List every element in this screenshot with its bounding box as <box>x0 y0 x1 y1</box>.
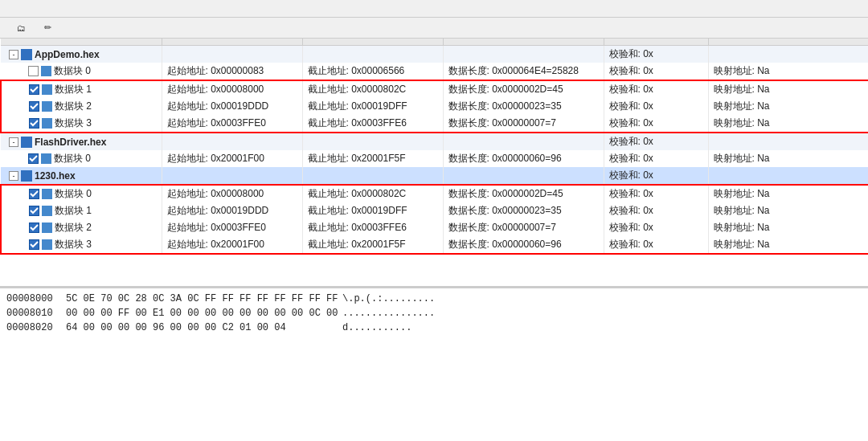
block-checkbox[interactable] <box>28 66 39 76</box>
main-area: - AppDemo.hex 校验和: 0x 数据块 0 起始地址: 0x0000… <box>0 39 868 441</box>
table-row[interactable]: 数据块 0 起始地址: 0x00000083 截止地址: 0x00006566 … <box>1 63 868 80</box>
hex-row: 00008010 00 00 00 FF 00 E1 00 00 00 00 0… <box>6 306 862 321</box>
block-checkbox[interactable] <box>29 239 39 250</box>
block-length: 数据长度: 0x00000023=35 <box>443 98 604 115</box>
col-mapped <box>708 39 868 46</box>
block-start: 起始地址: 0x00019DDD <box>162 98 302 115</box>
edit-icon-menu: ✏ <box>44 22 51 33</box>
block-icon <box>42 239 52 250</box>
block-icon <box>42 118 52 129</box>
block-checksum: 校验和: 0x <box>604 98 708 115</box>
block-mapped: 映射地址: Na <box>708 185 868 202</box>
table-row[interactable]: 数据块 1 起始地址: 0x00019DDD 截止地址: 0x00019DFF … <box>1 202 868 219</box>
grid-icon <box>21 137 32 148</box>
data-table: - AppDemo.hex 校验和: 0x 数据块 0 起始地址: 0x0000… <box>0 39 868 255</box>
hex-area: 00008000 5C 0E 70 0C 28 0C 3A 0C FF FF F… <box>0 288 868 352</box>
table-row[interactable]: 数据块 3 起始地址: 0x0003FFE0 截止地址: 0x0003FFE6 … <box>1 115 868 133</box>
table-row[interactable]: 数据块 2 起始地址: 0x0003FFE0 截止地址: 0x0003FFE6 … <box>1 219 868 236</box>
block-checksum: 校验和: 0x <box>604 80 708 98</box>
block-checkbox[interactable] <box>29 223 39 233</box>
file-checksum: 校验和: 0x <box>604 167 708 185</box>
file-row-blocks: - 1230.hex <box>1 167 162 185</box>
grid-icon <box>21 170 32 182</box>
block-checkbox[interactable] <box>29 206 39 216</box>
block-checksum: 校验和: 0x <box>604 185 708 202</box>
block-end: 截止地址: 0x0000802C <box>302 185 443 202</box>
hex-bytes: 5C 0E 70 0C 28 0C 3A 0C FF FF FF FF FF F… <box>66 292 339 306</box>
table-row[interactable]: 数据块 0 起始地址: 0x20001F00 截止地址: 0x20001F5F … <box>1 150 868 167</box>
block-checkbox[interactable] <box>29 101 39 112</box>
block-length: 数据长度: 0x00000023=35 <box>443 202 604 219</box>
block-checkbox[interactable] <box>28 153 39 164</box>
block-mapped: 映射地址: Na <box>708 98 868 115</box>
block-icon <box>42 101 52 112</box>
file-row[interactable]: - FlashDriver.hex 校验和: 0x <box>1 133 868 150</box>
col-length <box>443 39 604 46</box>
block-checksum: 校验和: 0x <box>604 236 708 254</box>
block-start: 起始地址: 0x20001F00 <box>162 236 302 254</box>
hex-row: 00008020 64 00 00 00 00 96 00 00 00 C2 0… <box>6 321 862 335</box>
block-start: 起始地址: 0x0003FFE0 <box>162 219 302 236</box>
block-end: 截止地址: 0x00019DFF <box>302 98 443 115</box>
block-icon <box>42 189 52 199</box>
file-row[interactable]: - AppDemo.hex 校验和: 0x <box>1 46 868 63</box>
file-name: 1230.hex <box>35 170 76 182</box>
tree-table[interactable]: - AppDemo.hex 校验和: 0x 数据块 0 起始地址: 0x0000… <box>0 39 868 288</box>
block-length: 数据长度: 0x00000060=96 <box>443 150 604 167</box>
tree-expand-icon[interactable]: - <box>9 171 18 181</box>
table-row[interactable]: 数据块 1 起始地址: 0x00008000 截止地址: 0x0000802C … <box>1 80 868 98</box>
hex-bytes: 64 00 00 00 00 96 00 00 00 C2 01 00 04 <box>66 321 339 335</box>
block-name-cell: 数据块 0 <box>1 63 162 80</box>
hex-ascii: \.p.(.:......... <box>342 292 435 306</box>
file-start-addr <box>162 46 302 63</box>
file-checksum: 校验和: 0x <box>604 133 708 150</box>
block-start: 起始地址: 0x0003FFE0 <box>162 115 302 133</box>
block-label: 数据块 2 <box>55 221 92 235</box>
hex-row: 00008000 5C 0E 70 0C 28 0C 3A 0C FF FF F… <box>6 292 862 306</box>
file-end-addr <box>302 46 443 63</box>
block-icon <box>42 206 52 216</box>
block-mapped: 映射地址: Na <box>708 202 868 219</box>
block-end: 截止地址: 0x0000802C <box>302 80 443 98</box>
block-name-cell: 数据块 2 <box>1 219 162 236</box>
block-name-cell: 数据块 1 <box>1 202 162 219</box>
file-mapped <box>708 167 868 185</box>
block-end: 截止地址: 0x00006566 <box>302 63 443 80</box>
file-mapped <box>708 133 868 150</box>
block-checkbox[interactable] <box>29 189 39 199</box>
block-end: 截止地址: 0x00019DFF <box>302 202 443 219</box>
block-end: 截止地址: 0x20001F5F <box>302 150 443 167</box>
block-name-cell: 数据块 1 <box>1 80 162 98</box>
block-start: 起始地址: 0x00008000 <box>162 80 302 98</box>
tree-expand-icon[interactable]: - <box>9 137 18 147</box>
block-end: 截止地址: 0x0003FFE6 <box>302 219 443 236</box>
file-menu[interactable]: 🗂 <box>10 21 35 35</box>
block-checkbox[interactable] <box>29 118 39 129</box>
table-row[interactable]: 数据块 3 起始地址: 0x20001F00 截止地址: 0x20001F5F … <box>1 236 868 254</box>
block-length: 数据长度: 0x00000007=7 <box>443 115 604 133</box>
block-checksum: 校验和: 0x <box>604 150 708 167</box>
block-icon <box>41 66 51 76</box>
block-length: 数据长度: 0x00000060=96 <box>443 236 604 254</box>
edit-menu[interactable]: ✏ <box>37 20 61 35</box>
file-length <box>443 167 604 185</box>
hex-address: 00008010 <box>6 306 63 321</box>
file-row-blocks: - AppDemo.hex <box>1 46 162 63</box>
block-checksum: 校验和: 0x <box>604 63 708 80</box>
tree-expand-icon[interactable]: - <box>9 50 18 59</box>
block-start: 起始地址: 0x00008000 <box>162 185 302 202</box>
block-mapped: 映射地址: Na <box>708 115 868 133</box>
table-row[interactable]: 数据块 0 起始地址: 0x00008000 截止地址: 0x0000802C … <box>1 185 868 202</box>
block-name-cell: 数据块 3 <box>1 115 162 133</box>
block-checkbox[interactable] <box>29 84 39 95</box>
block-label: 数据块 3 <box>55 238 92 251</box>
block-name-cell: 数据块 2 <box>1 98 162 115</box>
file-row-blocks: - FlashDriver.hex <box>1 133 162 150</box>
hex-address: 00008020 <box>6 321 63 335</box>
block-label: 数据块 0 <box>54 152 91 165</box>
block-length: 数据长度: 0x0000002D=45 <box>443 185 604 202</box>
table-row[interactable]: 数据块 2 起始地址: 0x00019DDD 截止地址: 0x00019DFF … <box>1 98 868 115</box>
block-mapped: 映射地址: Na <box>708 63 868 80</box>
block-name-cell: 数据块 0 <box>1 150 162 167</box>
file-row[interactable]: - 1230.hex 校验和: 0x <box>1 167 868 185</box>
